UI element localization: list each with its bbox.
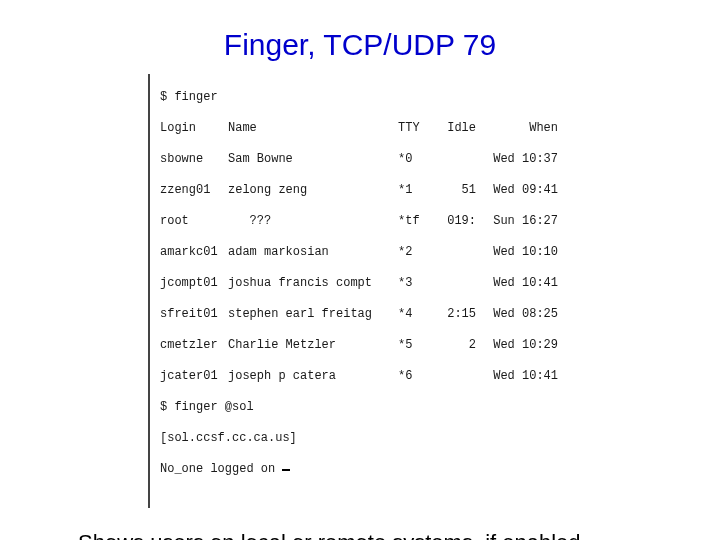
terminal-header: LoginNameTTYIdleWhen	[160, 121, 690, 137]
command-line: $ finger @sol	[160, 400, 690, 416]
slide-title: Finger, TCP/UDP 79	[30, 28, 690, 62]
col-header-tty: TTY	[398, 121, 436, 137]
terminal-row: zzeng01zelong zeng*151Wed 09:41	[160, 183, 690, 199]
col-header-idle: Idle	[436, 121, 476, 137]
terminal-row: sfreit01stephen earl freitag*42:15Wed 08…	[160, 307, 690, 323]
command-line: $ finger	[160, 90, 690, 106]
terminal-row: jcompt01joshua francis compt*3Wed 10:41	[160, 276, 690, 292]
terminal-row: jcater01joseph p catera*6Wed 10:41	[160, 369, 690, 385]
terminal-row: amarkc01adam markosian*2Wed 10:10	[160, 245, 690, 261]
cursor-icon	[282, 469, 290, 471]
terminal-row: cmetzlerCharlie Metzler*52Wed 10:29	[160, 338, 690, 354]
terminal-output: $ finger LoginNameTTYIdleWhen sbowneSam …	[160, 74, 690, 508]
col-header-name: Name	[228, 121, 398, 137]
bullet-item: Shows users on local or remote systems, …	[78, 528, 690, 540]
host-line: [sol.ccsf.cc.ca.us]	[160, 431, 690, 447]
terminal-row: sbowneSam Bowne*0Wed 10:37	[160, 152, 690, 168]
bullet-list: Shows users on local or remote systems, …	[30, 528, 690, 540]
bullet-text: Shows users on local or remote systems, …	[78, 530, 581, 540]
terminal-row: root ???*tf019:Sun 16:27	[160, 214, 690, 230]
col-header-when: When	[476, 121, 558, 137]
status-line: No_one logged on	[160, 462, 690, 478]
slide: Finger, TCP/UDP 79 $ finger LoginNameTTY…	[0, 0, 720, 540]
terminal-container: $ finger LoginNameTTYIdleWhen sbowneSam …	[148, 74, 690, 508]
col-header-login: Login	[160, 121, 228, 137]
